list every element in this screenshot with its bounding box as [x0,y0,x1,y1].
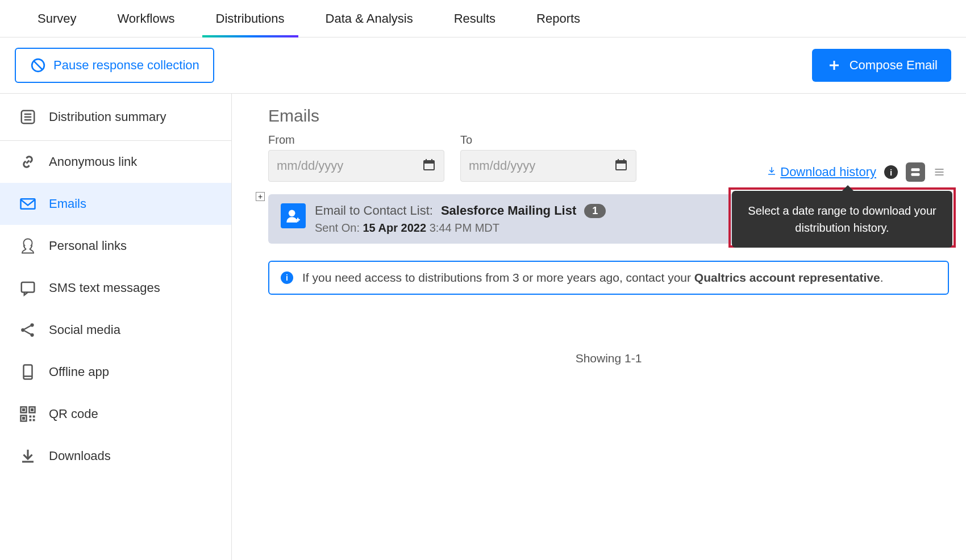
svg-rect-18 [22,408,25,411]
card-view-button[interactable] [906,162,925,182]
download-history-link[interactable]: Download history [767,165,876,179]
svg-line-13 [24,326,31,329]
compose-label: Compose Email [850,58,938,73]
view-toggle [906,162,949,182]
sms-icon [19,279,36,296]
svg-rect-39 [911,168,920,171]
svg-rect-30 [424,161,434,164]
tab-results[interactable]: Results [434,0,516,37]
svg-rect-8 [21,199,35,209]
sidebar-label: Downloads [49,449,111,463]
tab-distributions[interactable]: Distributions [195,0,305,37]
sent-time: 3:44 PM MDT [430,222,499,234]
pause-label: Pause response collection [53,58,199,73]
sidebar: Distribution summaryAnonymous linkEmails… [0,94,232,560]
svg-rect-9 [22,282,35,292]
svg-rect-40 [911,173,920,176]
email-prefix: Email to Contact List: [315,203,433,218]
info-banner: i If you need access to distributions fr… [268,261,949,295]
download-history-tooltip: Select a date range to download your dis… [732,191,952,248]
svg-rect-34 [616,161,626,164]
svg-rect-26 [33,419,35,421]
tab-workflows[interactable]: Workflows [97,0,195,37]
svg-rect-20 [31,408,34,411]
sidebar-item-anon[interactable]: Anonymous link [0,141,231,183]
top-nav: SurveyWorkflowsDistributionsData & Analy… [0,0,966,37]
action-bar: Pause response collection Compose Email [0,37,966,94]
sidebar-item-qr[interactable]: QR code [0,393,231,435]
emails-icon [19,195,36,212]
svg-rect-25 [30,419,32,421]
summary-icon [19,108,36,126]
sent-date: 15 Apr 2022 [363,222,427,234]
sidebar-item-emails[interactable]: Emails [0,183,231,225]
main-content: Emails From To [232,94,966,560]
sidebar-item-sms[interactable]: SMS text messages [0,267,231,309]
from-label: From [268,133,444,147]
sidebar-label: Anonymous link [49,154,137,169]
qr-icon [19,406,36,423]
banner-text: If you need access to distributions from… [302,271,883,285]
download-history-label: Download history [780,165,876,179]
contact-list-icon [281,203,306,228]
downloads-icon [19,448,36,465]
sidebar-label: Offline app [49,365,109,379]
prohibit-icon [30,57,47,74]
svg-rect-23 [30,416,32,418]
to-label: To [460,133,636,147]
plus-icon [826,57,843,74]
svg-rect-22 [22,417,25,420]
sidebar-item-offline[interactable]: Offline app [0,351,231,393]
from-date-group: From [268,133,444,182]
sidebar-item-social[interactable]: Social media [0,309,231,351]
svg-point-44 [289,210,295,217]
offline-icon [19,363,36,381]
calendar-icon[interactable] [614,158,628,174]
to-date-input[interactable] [460,150,636,182]
email-list-name: Salesforce Mailing List [441,203,576,218]
sidebar-label: SMS text messages [49,281,160,295]
svg-rect-24 [33,416,35,418]
sidebar-label: Emails [49,197,86,211]
list-view-button[interactable] [930,162,949,182]
social-icon [19,321,36,338]
page-title: Emails [268,106,949,126]
filter-row: From To [268,133,949,182]
pause-collection-button[interactable]: Pause response collection [15,48,214,83]
from-date-input[interactable] [268,150,444,182]
sent-label: Sent On: [315,222,360,234]
calendar-icon[interactable] [422,158,436,174]
tab-survey[interactable]: Survey [17,0,97,37]
sidebar-item-downloads[interactable]: Downloads [0,435,231,477]
svg-line-14 [24,331,31,334]
tab-data-analysis[interactable]: Data & Analysis [305,0,434,37]
sidebar-label: Personal links [49,239,127,253]
sidebar-item-summary[interactable]: Distribution summary [0,94,231,141]
download-icon [767,165,777,179]
personal-icon [19,237,36,254]
from-date-field[interactable] [277,158,390,173]
info-icon: i [281,271,293,284]
to-date-field[interactable] [469,158,582,173]
sidebar-label: Social media [49,323,120,337]
sidebar-item-personal[interactable]: Personal links [0,225,231,267]
info-icon[interactable]: i [884,165,898,179]
anon-icon [19,153,36,170]
compose-email-button[interactable]: Compose Email [812,49,951,82]
expand-toggle[interactable]: + [256,192,265,201]
sidebar-label: Distribution summary [49,110,166,124]
svg-line-1 [34,61,42,69]
pagination-text: Showing 1-1 [268,352,949,365]
sidebar-label: QR code [49,407,98,421]
email-count-badge: 1 [584,204,606,218]
right-controls: Download history i Select a date range t… [767,162,949,182]
tab-reports[interactable]: Reports [516,0,601,37]
to-date-group: To [460,133,636,182]
